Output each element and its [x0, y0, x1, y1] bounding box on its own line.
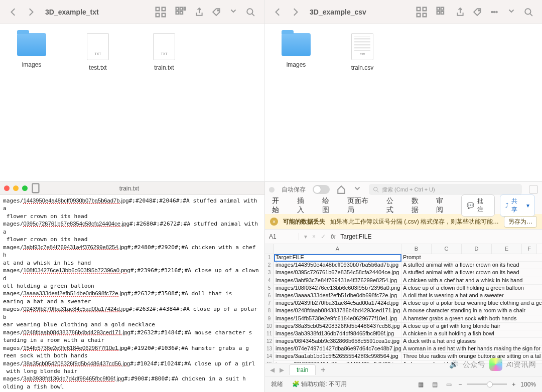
confirm-icon[interactable]: ✓ [321, 233, 326, 240]
autosave-toggle[interactable] [313, 185, 330, 194]
svg-rect-5 [180, 7, 183, 10]
svg-point-20 [491, 11, 493, 13]
cell-reference[interactable]: A1 [269, 233, 299, 240]
svg-rect-18 [441, 11, 444, 14]
back-icon[interactable] [274, 8, 283, 17]
ribbon-tab[interactable]: 审阅 [436, 197, 450, 215]
column-header[interactable]: D [462, 244, 492, 254]
svg-rect-14 [423, 13, 427, 17]
search-icon[interactable] [524, 8, 533, 17]
window-title: 3D_example_txt [45, 8, 99, 16]
csv-icon: csv [351, 33, 373, 60]
svg-point-10 [247, 9, 252, 14]
ellipsis-icon[interactable] [490, 8, 499, 17]
view-break-icon[interactable]: ▭ [444, 380, 453, 389]
zoom-out[interactable]: − [458, 381, 462, 388]
prev-sheet-icon[interactable]: ◀ [270, 366, 275, 373]
share-icon[interactable] [456, 8, 465, 17]
zoom-level[interactable]: 100% [520, 381, 536, 388]
autosave-label: 自动保存 [282, 185, 306, 194]
file-label: train.csv [342, 64, 383, 71]
forward-icon[interactable] [291, 8, 300, 17]
view-grid-icon[interactable] [416, 8, 428, 16]
file-item[interactable]: TXT test.txt [77, 33, 118, 71]
add-sheet-button[interactable]: + [321, 365, 325, 374]
zoom-in[interactable]: + [512, 381, 515, 388]
fx-icon[interactable]: fx [331, 233, 335, 240]
cancel-icon[interactable]: × [312, 233, 316, 240]
file-item[interactable]: TXT train.txt [144, 33, 185, 71]
column-header[interactable]: F [522, 244, 537, 254]
grid-body[interactable]: 1Target:FILEPrompt2images/1443950e4a48bc… [265, 254, 542, 368]
tag-icon[interactable] [473, 8, 482, 17]
minimize-button[interactable] [13, 185, 19, 191]
view-page-icon[interactable]: ▤ [430, 380, 439, 389]
ribbon-tabs: 开始 插入 绘图 页面布局 公式 数据 审阅 💬 批注 ⤴ 共享 ▾ [265, 197, 542, 214]
column-header[interactable]: B [401, 244, 432, 254]
status-accessibility: 🧩 辅助功能: 不可用 [292, 380, 347, 388]
search-input[interactable]: 搜索 (Cmd + Ctrl + U) [369, 184, 522, 195]
status-ready: 就绪 [271, 380, 283, 388]
save-as-button[interactable]: 另存为… [504, 216, 537, 228]
folder-item[interactable]: images [11, 33, 52, 71]
share-icon[interactable] [195, 8, 204, 17]
forward-icon[interactable] [26, 8, 35, 17]
folder-icon [282, 33, 311, 56]
svg-rect-2 [156, 13, 160, 17]
finder-toolbar: 3D_example_txt [0, 0, 264, 24]
tag-icon[interactable] [212, 8, 221, 17]
view-grid-icon[interactable] [155, 8, 167, 16]
column-header[interactable]: E [492, 244, 522, 254]
svg-rect-17 [437, 11, 440, 14]
more-icon[interactable] [229, 8, 238, 17]
comments-button[interactable]: 💬 批注 [461, 194, 495, 217]
svg-rect-0 [156, 7, 160, 11]
column-header[interactable]: A [274, 244, 401, 254]
traffic-placeholder [269, 187, 275, 192]
svg-point-19 [478, 10, 479, 11]
svg-rect-16 [441, 7, 444, 10]
home-icon[interactable] [337, 185, 346, 194]
txt-icon: TXT [87, 33, 109, 60]
close-button[interactable] [4, 185, 10, 191]
svg-point-23 [525, 9, 530, 14]
folder-item[interactable]: images [276, 33, 317, 71]
text-content[interactable]: mages/1443950e4a48bcff0930b07ba5b6ad7b.j… [0, 195, 264, 392]
svg-rect-3 [162, 13, 166, 17]
close-warning-button[interactable]: × [270, 218, 278, 226]
next-sheet-icon[interactable]: ▶ [280, 366, 284, 373]
formula-value[interactable]: Target:FILE [340, 233, 371, 240]
share-button[interactable]: ⤴ 共享 ▾ [500, 194, 535, 217]
file-label: images [11, 61, 52, 68]
file-item[interactable]: csv train.csv [342, 33, 383, 71]
zoom-slider[interactable] [467, 383, 507, 385]
ribbon-tab[interactable]: 公式 [386, 197, 400, 215]
search-icon[interactable] [246, 8, 255, 17]
mic-icon[interactable] [529, 185, 538, 194]
svg-point-21 [494, 11, 495, 13]
more-icon[interactable] [353, 185, 362, 194]
group-icon[interactable] [175, 8, 187, 16]
more-icon[interactable] [507, 8, 516, 17]
ribbon-tab[interactable]: 数据 [412, 197, 426, 215]
group-icon[interactable] [436, 8, 448, 16]
window-title: 3D_example_csv [310, 8, 366, 16]
ribbon-tab[interactable]: 页面布局 [347, 197, 375, 215]
svg-rect-4 [176, 7, 179, 10]
view-normal-icon[interactable]: ▦ [416, 380, 425, 389]
column-headers: A B C D E F [265, 244, 542, 254]
watermark-logo [489, 358, 502, 371]
svg-rect-13 [417, 13, 421, 17]
ribbon-tab[interactable]: 绘图 [322, 197, 336, 215]
ribbon-tab[interactable]: 插入 [297, 197, 311, 215]
back-icon[interactable] [9, 8, 18, 17]
txt-icon: TXT [153, 33, 175, 60]
finder-body[interactable]: images csv train.csv [264, 24, 542, 80]
sheet-tab[interactable]: train [289, 364, 316, 375]
watermark: 🔊公众号 AI资讯网 [449, 358, 536, 371]
finder-body[interactable]: images TXT test.txt TXT train.txt [0, 24, 264, 80]
file-label: train.txt [144, 64, 185, 71]
svg-rect-12 [423, 7, 427, 11]
ribbon-tab[interactable]: 开始 [272, 197, 286, 215]
column-header[interactable]: C [432, 244, 462, 254]
